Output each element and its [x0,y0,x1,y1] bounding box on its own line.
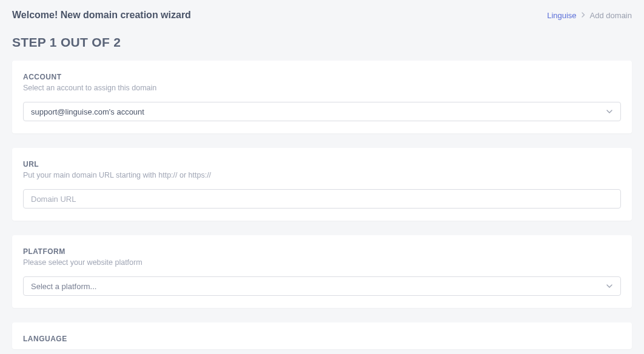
account-select[interactable]: support@linguise.com's account [23,102,621,121]
platform-desc: Please select your website platform [23,258,621,267]
account-desc: Select an account to assign this domain [23,84,621,92]
breadcrumb-current: Add domain [590,11,632,20]
page-title: Welcome! New domain creation wizard [12,10,191,21]
platform-label: PLATFORM [23,247,621,256]
url-desc: Put your main domain URL starting with h… [23,171,621,179]
chevron-down-icon [606,284,613,289]
chevron-right-icon [582,12,585,19]
language-label: LANGUAGE [23,335,621,343]
domain-url-input[interactable] [23,189,621,209]
header: Welcome! New domain creation wizard Ling… [0,0,644,25]
url-label: URL [23,160,621,169]
language-section: LANGUAGE [12,322,632,349]
step-title: STEP 1 OUT OF 2 [0,25,644,61]
url-section: URL Put your main domain URL starting wi… [12,148,632,221]
platform-select-value: Select a platform... [31,282,606,291]
account-section: ACCOUNT Select an account to assign this… [12,61,632,133]
platform-section: PLATFORM Please select your website plat… [12,235,632,308]
account-label: ACCOUNT [23,73,621,81]
breadcrumb: Linguise Add domain [547,11,632,20]
chevron-down-icon [606,109,613,114]
platform-select[interactable]: Select a platform... [23,276,621,296]
breadcrumb-link-linguise[interactable]: Linguise [547,11,576,20]
account-select-value: support@linguise.com's account [31,107,606,116]
